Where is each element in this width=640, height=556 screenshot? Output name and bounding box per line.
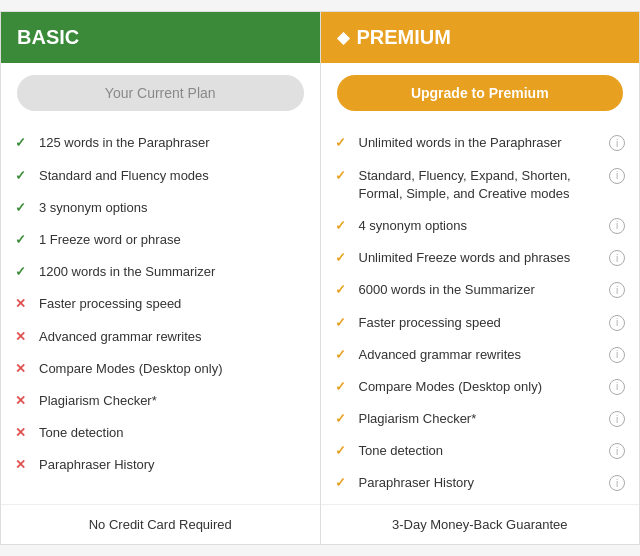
cross-icon: ✕ bbox=[15, 329, 31, 344]
feature-text: Unlimited Freeze words and phrases bbox=[359, 249, 602, 267]
premium-feature-item: ✓4 synonym optionsi bbox=[321, 210, 640, 242]
cross-icon: ✕ bbox=[15, 296, 31, 311]
feature-text: 4 synonym options bbox=[359, 217, 602, 235]
info-icon[interactable]: i bbox=[609, 315, 625, 331]
feature-text: Tone detection bbox=[39, 424, 306, 442]
check-premium-icon: ✓ bbox=[335, 168, 351, 183]
premium-feature-item: ✓Unlimited words in the Paraphraseri bbox=[321, 127, 640, 159]
check-premium-icon: ✓ bbox=[335, 218, 351, 233]
premium-feature-item: ✓Unlimited Freeze words and phrasesi bbox=[321, 242, 640, 274]
premium-feature-item: ✓Standard, Fluency, Expand, Shorten, For… bbox=[321, 160, 640, 210]
premium-feature-item: ✓Compare Modes (Desktop only)i bbox=[321, 371, 640, 403]
info-icon[interactable]: i bbox=[609, 168, 625, 184]
feature-text: Plagiarism Checker* bbox=[39, 392, 306, 410]
premium-header: ◆ PREMIUM bbox=[321, 12, 640, 63]
basic-footer: No Credit Card Required bbox=[1, 504, 320, 544]
basic-header: BASIC bbox=[1, 12, 320, 63]
diamond-icon: ◆ bbox=[337, 28, 349, 47]
basic-feature-item: ✕Tone detection bbox=[1, 417, 320, 449]
premium-feature-item: ✓Paraphraser Historyi bbox=[321, 467, 640, 499]
check-icon: ✓ bbox=[15, 232, 31, 247]
basic-feature-item: ✕Advanced grammar rewrites bbox=[1, 321, 320, 353]
premium-footer: 3-Day Money-Back Guarantee bbox=[321, 504, 640, 544]
feature-text: 3 synonym options bbox=[39, 199, 306, 217]
premium-feature-item: ✓Plagiarism Checker*i bbox=[321, 403, 640, 435]
basic-feature-item: ✕Faster processing speed bbox=[1, 288, 320, 320]
check-icon: ✓ bbox=[15, 135, 31, 150]
info-icon[interactable]: i bbox=[609, 250, 625, 266]
upgrade-button[interactable]: Upgrade to Premium bbox=[337, 75, 624, 111]
premium-features-list: ✓Unlimited words in the Paraphraseri✓Sta… bbox=[321, 123, 640, 503]
basic-feature-item: ✕Plagiarism Checker* bbox=[1, 385, 320, 417]
basic-feature-item: ✓1 Freeze word or phrase bbox=[1, 224, 320, 256]
check-premium-icon: ✓ bbox=[335, 250, 351, 265]
check-icon: ✓ bbox=[15, 264, 31, 279]
check-premium-icon: ✓ bbox=[335, 379, 351, 394]
cross-icon: ✕ bbox=[15, 393, 31, 408]
basic-feature-item: ✕Compare Modes (Desktop only) bbox=[1, 353, 320, 385]
info-icon[interactable]: i bbox=[609, 218, 625, 234]
plans-container: BASIC Your Current Plan ✓125 words in th… bbox=[0, 11, 640, 544]
check-premium-icon: ✓ bbox=[335, 135, 351, 150]
feature-text: Tone detection bbox=[359, 442, 602, 460]
check-premium-icon: ✓ bbox=[335, 282, 351, 297]
check-premium-icon: ✓ bbox=[335, 315, 351, 330]
feature-text: 1 Freeze word or phrase bbox=[39, 231, 306, 249]
premium-feature-item: ✓6000 words in the Summarizeri bbox=[321, 274, 640, 306]
premium-title: PREMIUM bbox=[357, 26, 451, 49]
feature-text: 1200 words in the Summarizer bbox=[39, 263, 306, 281]
feature-text: Compare Modes (Desktop only) bbox=[359, 378, 602, 396]
info-icon[interactable]: i bbox=[609, 379, 625, 395]
check-premium-icon: ✓ bbox=[335, 443, 351, 458]
info-icon[interactable]: i bbox=[609, 411, 625, 427]
check-icon: ✓ bbox=[15, 168, 31, 183]
feature-text: Advanced grammar rewrites bbox=[359, 346, 602, 364]
feature-text: Standard, Fluency, Expand, Shorten, Form… bbox=[359, 167, 602, 203]
premium-feature-item: ✓Faster processing speedi bbox=[321, 307, 640, 339]
cross-icon: ✕ bbox=[15, 361, 31, 376]
feature-text: Plagiarism Checker* bbox=[359, 410, 602, 428]
feature-text: Paraphraser History bbox=[359, 474, 602, 492]
basic-feature-item: ✓1200 words in the Summarizer bbox=[1, 256, 320, 288]
check-premium-icon: ✓ bbox=[335, 411, 351, 426]
feature-text: Advanced grammar rewrites bbox=[39, 328, 306, 346]
feature-text: Faster processing speed bbox=[39, 295, 306, 313]
cross-icon: ✕ bbox=[15, 457, 31, 472]
info-icon[interactable]: i bbox=[609, 475, 625, 491]
feature-text: Standard and Fluency modes bbox=[39, 167, 306, 185]
basic-feature-item: ✓Standard and Fluency modes bbox=[1, 160, 320, 192]
check-icon: ✓ bbox=[15, 200, 31, 215]
info-icon[interactable]: i bbox=[609, 443, 625, 459]
premium-plan: ◆ PREMIUM Upgrade to Premium ✓Unlimited … bbox=[321, 12, 640, 543]
premium-cta-area: Upgrade to Premium bbox=[321, 63, 640, 123]
current-plan-button: Your Current Plan bbox=[17, 75, 304, 111]
basic-cta-area: Your Current Plan bbox=[1, 63, 320, 123]
feature-text: Unlimited words in the Paraphraser bbox=[359, 134, 602, 152]
cross-icon: ✕ bbox=[15, 425, 31, 440]
basic-feature-item: ✕Paraphraser History bbox=[1, 449, 320, 481]
info-icon[interactable]: i bbox=[609, 135, 625, 151]
feature-text: Compare Modes (Desktop only) bbox=[39, 360, 306, 378]
premium-feature-item: ✓Tone detectioni bbox=[321, 435, 640, 467]
info-icon[interactable]: i bbox=[609, 282, 625, 298]
basic-feature-item: ✓125 words in the Paraphraser bbox=[1, 127, 320, 159]
premium-feature-item: ✓Advanced grammar rewritesi bbox=[321, 339, 640, 371]
feature-text: 6000 words in the Summarizer bbox=[359, 281, 602, 299]
basic-feature-item: ✓3 synonym options bbox=[1, 192, 320, 224]
basic-features-list: ✓125 words in the Paraphraser✓Standard a… bbox=[1, 123, 320, 503]
feature-text: Faster processing speed bbox=[359, 314, 602, 332]
basic-plan: BASIC Your Current Plan ✓125 words in th… bbox=[1, 12, 321, 543]
feature-text: Paraphraser History bbox=[39, 456, 306, 474]
info-icon[interactable]: i bbox=[609, 347, 625, 363]
check-premium-icon: ✓ bbox=[335, 475, 351, 490]
feature-text: 125 words in the Paraphraser bbox=[39, 134, 306, 152]
check-premium-icon: ✓ bbox=[335, 347, 351, 362]
basic-title: BASIC bbox=[17, 26, 79, 49]
